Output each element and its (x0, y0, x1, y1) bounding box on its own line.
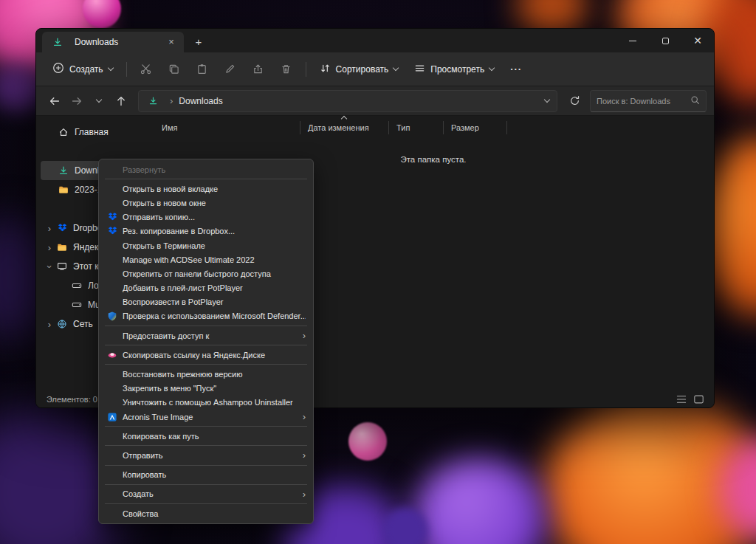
menu-separator (105, 426, 307, 427)
context-menu-item[interactable]: Копировать (99, 468, 313, 482)
computer-icon (55, 261, 69, 272)
no-icon (106, 241, 118, 251)
delete-button[interactable] (273, 58, 300, 81)
column-header-label: Размер (451, 123, 479, 132)
breadcrumb-location[interactable]: Downloads (179, 96, 222, 106)
minimize-button[interactable] (616, 29, 649, 52)
search-icon[interactable] (690, 94, 700, 108)
context-menu-item[interactable]: Рез. копирование в Dropbox... (99, 224, 313, 238)
context-menu-item[interactable]: Проверка с использованием Microsoft Defe… (99, 309, 313, 323)
tab-downloads[interactable]: Downloads × (42, 32, 184, 52)
chevron-collapsed-icon[interactable]: › (44, 223, 55, 234)
column-header[interactable]: Тип (389, 121, 444, 134)
close-button[interactable]: ✕ (681, 29, 714, 52)
view-button[interactable]: Просмотреть (407, 58, 501, 81)
address-dropdown-icon[interactable] (544, 97, 550, 103)
dropbox-icon (106, 226, 118, 236)
view-button-label: Просмотреть (430, 64, 484, 75)
context-menu-item[interactable]: Скопировать ссылку на Яндекс.Диске (99, 348, 313, 362)
sort-button-label: Сортировать (336, 64, 389, 75)
menu-item-label: Добавить в плей-лист PotPlayer (123, 283, 306, 292)
context-menu-item[interactable]: Отправить копию... (99, 210, 313, 224)
menu-item-label: Копировать как путь (123, 432, 306, 441)
share-button[interactable] (245, 58, 272, 81)
sort-icon (320, 63, 331, 76)
tab-bar: Downloads × + ✕ (36, 29, 714, 52)
menu-item-label: Копировать (123, 470, 306, 479)
disk-icon (70, 280, 83, 291)
forward-button[interactable] (66, 90, 88, 112)
context-menu-item[interactable]: Закрепить в меню "Пуск" (99, 382, 313, 396)
context-menu-item[interactable]: Открыть в новой вкладке (99, 182, 313, 196)
context-menu-item[interactable]: Отправить› (99, 448, 313, 462)
menu-item-label: Закрепить в меню "Пуск" (123, 384, 306, 393)
large-icons-view-toggle[interactable] (694, 395, 704, 404)
context-menu-item[interactable]: Уничтожить с помощью Ashampoo Uninstalle… (99, 396, 313, 410)
no-icon (106, 255, 118, 265)
context-menu-item[interactable]: Предоставить доступ к› (99, 328, 313, 342)
menu-item-label: Открепить от панели быстрого доступа (123, 269, 306, 278)
refresh-button[interactable] (563, 90, 585, 112)
new-button[interactable]: Создать (45, 58, 120, 81)
up-button[interactable] (110, 90, 132, 112)
copy-button[interactable] (161, 58, 188, 81)
no-icon (106, 297, 118, 307)
tab-close-button[interactable]: × (165, 35, 178, 49)
address-bar[interactable]: › Downloads (138, 90, 557, 112)
back-button[interactable] (44, 90, 66, 112)
minimize-icon (629, 41, 636, 41)
see-more-button[interactable]: ··· (503, 58, 529, 81)
context-menu-item[interactable]: Открыть в Терминале (99, 238, 313, 252)
context-menu-item[interactable]: Acronis True Image› (99, 410, 313, 424)
maximize-button[interactable] (649, 29, 681, 52)
search-input[interactable] (597, 97, 690, 106)
sidebar-item[interactable]: Главная (41, 123, 148, 142)
items-count: Элементов: 0 (47, 395, 97, 404)
rename-button[interactable] (217, 58, 244, 81)
sidebar-item-label: Главная (75, 127, 109, 137)
submenu-arrow-icon: › (303, 489, 306, 500)
tab-title: Downloads (75, 37, 159, 47)
recent-locations-button[interactable] (88, 90, 110, 112)
column-header[interactable]: Дата изменения (300, 121, 389, 134)
home-icon (57, 127, 70, 137)
view-icon (414, 63, 425, 76)
context-menu-item[interactable]: Добавить в плей-лист PotPlayer (99, 281, 313, 295)
context-menu-item[interactable]: Воспроизвести в PotPlayer (99, 295, 313, 309)
context-menu-item[interactable]: Создать› (99, 487, 313, 501)
breadcrumb-chevron-icon: › (170, 95, 173, 106)
paste-button[interactable] (189, 58, 216, 81)
context-menu-item[interactable]: Копировать как путь (99, 429, 313, 443)
context-menu-item[interactable]: Открепить от панели быстрого доступа (99, 266, 313, 280)
new-tab-button[interactable]: + (190, 34, 207, 50)
chevron-collapsed-icon[interactable]: › (44, 242, 55, 253)
no-icon (106, 369, 118, 379)
submenu-arrow-icon: › (303, 330, 306, 341)
cut-button[interactable] (133, 58, 159, 81)
menu-separator (105, 503, 307, 504)
folder-icon (57, 185, 70, 195)
no-icon (106, 397, 118, 407)
context-menu-item[interactable]: Свойства (99, 506, 313, 520)
network-icon (55, 319, 69, 329)
chevron-expanded-icon[interactable]: › (44, 261, 55, 272)
wallpaper-blob (348, 422, 387, 461)
context-menu-item[interactable]: Открыть в новом окне (99, 196, 313, 210)
sidebar-item-label: Сеть (73, 319, 93, 329)
chevron-down-icon (393, 65, 399, 71)
column-header[interactable]: Размер (444, 121, 507, 134)
search-box (590, 90, 707, 112)
context-menu-item[interactable]: Manage with ACDSee Ultimate 2022 (99, 252, 313, 266)
column-header-label: Дата изменения (308, 123, 369, 132)
menu-item-label: Предоставить доступ к (123, 331, 297, 340)
wallpaper-blob (412, 456, 546, 544)
column-header[interactable]: Имя (154, 121, 300, 134)
submenu-arrow-icon: › (303, 450, 306, 461)
chevron-collapsed-icon[interactable]: › (44, 319, 55, 330)
menu-separator (105, 326, 307, 326)
menu-separator (105, 484, 307, 485)
menu-item-label: Открыть в Терминале (123, 241, 306, 250)
context-menu-item[interactable]: Восстановить прежнюю версию (99, 367, 313, 381)
sort-button[interactable]: Сортировать (312, 58, 406, 81)
details-view-toggle[interactable] (676, 395, 687, 404)
